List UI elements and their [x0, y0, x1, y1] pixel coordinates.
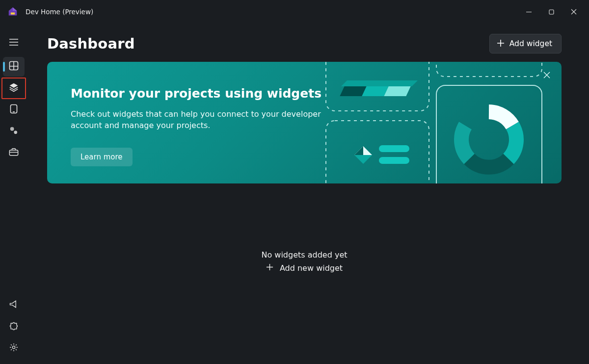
app-title: Dev Home (Preview)	[26, 8, 93, 16]
minimize-button[interactable]	[517, 4, 540, 20]
learn-more-button[interactable]: Learn more	[71, 148, 133, 166]
sidebar-item-utilities[interactable]	[3, 122, 25, 141]
dashboard-icon	[9, 61, 19, 73]
maximize-button[interactable]	[540, 4, 562, 20]
banner-close-button[interactable]	[540, 69, 554, 82]
cogs-icon	[9, 126, 19, 137]
banner-headline: Monitor your projects using widgets	[71, 86, 538, 101]
svg-point-5	[12, 129, 13, 130]
sidebar-item-dashboard[interactable]	[3, 57, 25, 77]
add-new-widget-button[interactable]: Add new widget	[266, 263, 343, 273]
sidebar-item-extensions[interactable]	[3, 317, 25, 337]
main-content: Dashboard Add widget Monitor your projec…	[27, 29, 581, 361]
gear-icon	[9, 342, 19, 354]
add-widget-label: Add widget	[509, 39, 552, 48]
svg-rect-1	[549, 10, 554, 14]
banner-body: Check out widgets that can help you conn…	[71, 108, 331, 131]
sidebar-item-settings[interactable]	[3, 338, 25, 358]
svg-rect-0	[11, 12, 15, 14]
svg-rect-12	[436, 62, 542, 77]
titlebar: Dev Home (Preview)	[0, 0, 589, 24]
sidebar-item-environments[interactable]	[3, 100, 25, 120]
sidebar-item-machine-config[interactable]	[3, 78, 25, 98]
plus-icon	[497, 39, 505, 49]
page-header: Dashboard Add widget	[47, 29, 562, 58]
svg-rect-18	[379, 157, 409, 164]
banner-illustration	[321, 62, 562, 183]
svg-point-9	[12, 346, 15, 348]
sidebar	[0, 29, 27, 361]
svg-point-7	[15, 132, 16, 133]
empty-state-title: No widgets added yet	[27, 250, 581, 260]
briefcase-icon	[9, 148, 19, 158]
device-icon	[9, 104, 18, 116]
learn-more-label: Learn more	[80, 153, 123, 161]
app-logo-icon	[7, 6, 19, 18]
svg-rect-8	[9, 150, 18, 156]
add-widget-button[interactable]: Add widget	[489, 34, 562, 53]
info-banner: Monitor your projects using widgets Chec…	[47, 62, 562, 183]
add-new-widget-label: Add new widget	[280, 263, 343, 273]
plus-icon	[266, 263, 273, 273]
close-window-button[interactable]	[562, 4, 585, 20]
close-icon	[543, 71, 550, 80]
window-controls	[517, 4, 585, 20]
svg-rect-13	[326, 121, 429, 183]
sidebar-item-toolbox[interactable]	[3, 143, 25, 163]
megaphone-icon	[9, 299, 19, 311]
layers-icon	[8, 82, 19, 95]
sidebar-item-feedback[interactable]	[3, 295, 25, 315]
puzzle-icon	[9, 321, 19, 333]
empty-state: No widgets added yet Add new widget	[27, 250, 581, 273]
page-title: Dashboard	[47, 35, 135, 52]
nav-hamburger-button[interactable]	[3, 32, 25, 52]
svg-rect-17	[379, 145, 409, 152]
